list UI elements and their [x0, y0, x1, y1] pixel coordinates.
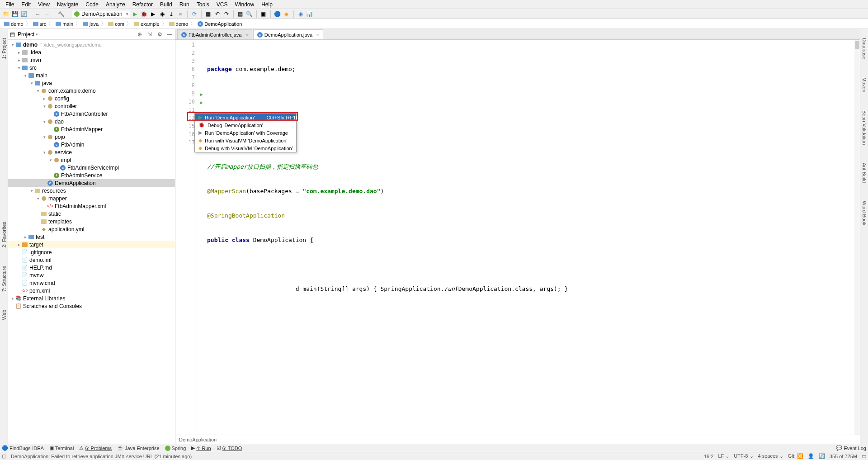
git-branch[interactable]: Git: 🔀: [788, 453, 803, 459]
tree-row[interactable]: 📄demo.iml: [8, 256, 175, 264]
menu-vcs[interactable]: VCS: [213, 1, 231, 8]
editor-tab-active[interactable]: c DemoApplication.java ×: [253, 29, 323, 39]
inspections-icon[interactable]: 👤: [808, 453, 814, 459]
search-icon[interactable]: 🔍: [245, 10, 254, 18]
tab-problems[interactable]: ⚠ 6: Problems: [79, 445, 112, 451]
vertical-scrollbar[interactable]: [854, 40, 860, 435]
tab-todo[interactable]: ☑ 6: TODO: [217, 445, 242, 451]
proj-struct-icon[interactable]: ▣: [259, 10, 268, 18]
menu-window[interactable]: Window: [231, 1, 258, 8]
tree-arrow-icon[interactable]: ▾: [16, 66, 22, 70]
findbugs-icon[interactable]: 🔵: [274, 10, 282, 18]
close-icon[interactable]: ×: [316, 32, 319, 38]
tree-row[interactable]: ▾com.example.demo: [8, 87, 175, 95]
reader-mode-icon[interactable]: ▭: [862, 453, 866, 459]
menu-navigate[interactable]: Navigate: [53, 1, 82, 8]
tree-row[interactable]: </>FtbAdminMapper.xml: [8, 202, 175, 210]
context-menu-item[interactable]: 🐞Debug 'DemoApplication': [195, 121, 296, 129]
vcs-update-icon[interactable]: ⟳: [190, 10, 198, 18]
indent[interactable]: 4 spaces ⌄: [758, 453, 783, 459]
tree-row[interactable]: ▸config: [8, 95, 175, 102]
close-icon[interactable]: ×: [245, 32, 248, 38]
tree-row[interactable]: 📄.gitignore: [8, 248, 175, 256]
vtab-word-book[interactable]: Word Book: [862, 201, 867, 225]
tree-row[interactable]: 📄mvnw: [8, 271, 175, 279]
tree-row[interactable]: ▾pojo: [8, 133, 175, 141]
tree-row[interactable]: ◆application.yml: [8, 225, 175, 233]
tree-arrow-icon[interactable]: ▾: [42, 119, 47, 124]
breadcrumb-item[interactable]: com: [107, 21, 126, 27]
tree-arrow-icon[interactable]: ▾: [29, 81, 34, 85]
vtab-database[interactable]: Database: [862, 38, 867, 59]
menu-view[interactable]: View: [34, 1, 53, 8]
vtab-structure[interactable]: 7: Structure: [1, 266, 7, 292]
tree-arrow-icon[interactable]: ▾: [29, 189, 34, 193]
vtab-bean-validation[interactable]: Bean Validation: [862, 110, 867, 145]
attach-icon[interactable]: ⤓: [167, 10, 175, 18]
open-icon[interactable]: 📁: [2, 10, 10, 18]
tree-row[interactable]: static: [8, 210, 175, 218]
tree-row[interactable]: cFtbAdmin: [8, 141, 175, 148]
menu-analyze[interactable]: Analyze: [102, 1, 129, 8]
tree-arrow-icon[interactable]: ▸: [16, 50, 22, 55]
tree-arrow-icon[interactable]: ▾: [48, 158, 53, 162]
breadcrumb-item[interactable]: main: [54, 21, 75, 27]
save-icon[interactable]: 💾: [11, 10, 19, 18]
stat-icon[interactable]: 📊: [306, 10, 314, 18]
tree-row[interactable]: ▾mapper: [8, 194, 175, 202]
profile-icon[interactable]: ◉: [158, 10, 166, 18]
chevron-down-icon[interactable]: ▾: [10, 43, 15, 47]
tree-arrow-icon[interactable]: ▸: [23, 235, 28, 239]
chevron-right-icon[interactable]: ▸: [10, 296, 15, 301]
breadcrumb-item[interactable]: java: [81, 21, 100, 27]
menu-help[interactable]: Help: [258, 1, 276, 8]
menu-refactor[interactable]: Refactor: [129, 1, 156, 8]
tree-row[interactable]: ▾controller: [8, 102, 175, 110]
cursor-position[interactable]: 16:2: [704, 454, 713, 459]
project-title[interactable]: Project ▾: [18, 31, 38, 38]
sync-icon[interactable]: 🔄: [819, 453, 825, 459]
menu-tools[interactable]: Tools: [193, 1, 213, 8]
tab-run[interactable]: ▶ 4: Run: [191, 445, 211, 451]
expand-icon[interactable]: ⇲: [146, 31, 153, 38]
tab-findbugs[interactable]: 🔵 FindBugs-IDEA: [2, 445, 44, 451]
menu-code[interactable]: Code: [82, 1, 102, 8]
context-menu-item[interactable]: ◆Run with VisualVM 'DemoApplication': [195, 137, 296, 144]
tree-row[interactable]: 📄HELP.md: [8, 264, 175, 271]
tree-row[interactable]: ▾main: [8, 71, 175, 79]
menu-run[interactable]: Run: [176, 1, 193, 8]
tree-arrow-icon[interactable]: ▾: [42, 150, 47, 155]
sync-icon[interactable]: 🔄: [20, 10, 28, 18]
breadcrumb-item[interactable]: demo: [168, 21, 190, 27]
tab-javaee[interactable]: ☕ Java Enterprise: [117, 445, 159, 451]
project-view-icon[interactable]: ▤: [10, 31, 15, 38]
editor-tab[interactable]: c FtbAdminController.java ×: [177, 29, 252, 39]
forward2-icon[interactable]: ↷: [222, 10, 231, 18]
menu-edit[interactable]: Edit: [18, 1, 34, 8]
reg-icon[interactable]: ◉: [297, 10, 305, 18]
scrollbar-thumb[interactable]: [855, 41, 859, 49]
stop-icon[interactable]: ■: [176, 10, 184, 18]
tree-row[interactable]: 📄mvnw.cmd: [8, 279, 175, 287]
vtab-project[interactable]: 1: Project: [1, 38, 7, 59]
tree-row[interactable]: cFtbAdminServiceImpl: [8, 164, 175, 171]
breadcrumb-item[interactable]: demo: [3, 21, 25, 27]
back2-icon[interactable]: ↶: [213, 10, 222, 18]
tree-row[interactable]: ▾java: [8, 79, 175, 87]
tree-arrow-icon[interactable]: ▾: [35, 89, 41, 93]
tree-row[interactable]: ▾service: [8, 148, 175, 156]
code-area[interactable]: package com.example.demo; import ... //开…: [197, 40, 860, 435]
tree-row[interactable]: ▾dao: [8, 118, 175, 125]
breadcrumb-item[interactable]: cDemoApplication: [196, 21, 243, 27]
tree-row[interactable]: ▸test: [8, 233, 175, 241]
menu-file[interactable]: FFileile: [2, 1, 18, 8]
locate-icon[interactable]: ⊕: [136, 31, 143, 38]
tree-row[interactable]: ▾resources: [8, 187, 175, 194]
forward-icon[interactable]: →: [43, 10, 51, 18]
tree-row[interactable]: IFtbAdminService: [8, 171, 175, 179]
tree-row[interactable]: IFtbAdminMapper: [8, 125, 175, 133]
tree-row[interactable]: templates: [8, 218, 175, 225]
tree-external-libs[interactable]: ▸ 📚 External Libraries: [8, 294, 175, 302]
layout-icon[interactable]: ▦: [204, 10, 212, 18]
gear-icon[interactable]: ⚙: [156, 31, 163, 38]
